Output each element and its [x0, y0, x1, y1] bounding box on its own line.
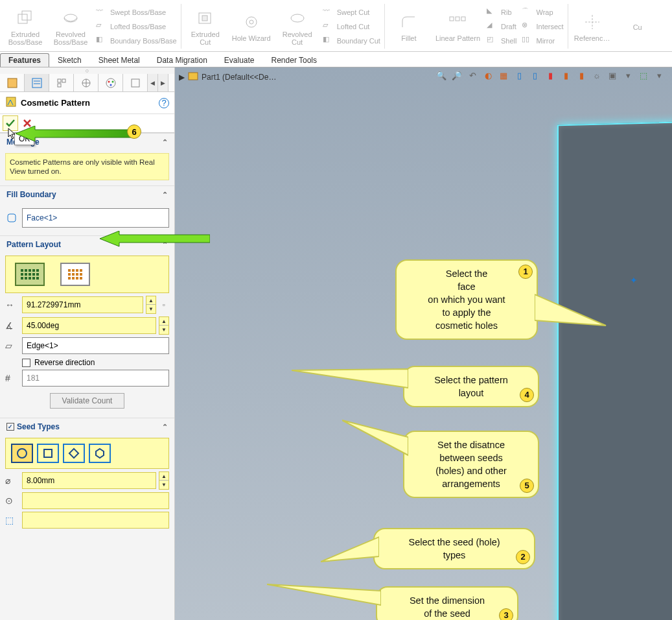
panel-tab-config[interactable]	[49, 74, 74, 91]
distance-input[interactable]: 91.2729971mm	[22, 296, 143, 313]
panel-tab-prev[interactable]: ◀	[148, 74, 158, 91]
tab-features[interactable]: Features	[0, 53, 49, 67]
message-body: Cosmetic Patterns are only visible with …	[5, 153, 169, 180]
spin-down-icon[interactable]: ▼	[146, 305, 156, 313]
spin-up-icon[interactable]: ▲	[159, 317, 168, 326]
spin-up-icon[interactable]: ▲	[146, 296, 156, 305]
reference-icon	[581, 11, 603, 33]
tab-evaluate[interactable]: Evaluate	[216, 53, 263, 67]
callout-4: 4 Select the pattern layout	[403, 366, 539, 407]
feature-title-row: Cosmetic Pattern ?	[0, 92, 174, 114]
ribbon-wrap[interactable]: ⌒Wrap	[522, 6, 563, 18]
panel-grip[interactable]: ○	[0, 67, 174, 74]
seed-param2-input[interactable]	[22, 492, 169, 509]
section-fill-header[interactable]: Fill Boundary⌃	[0, 185, 174, 203]
svg-rect-4	[202, 16, 207, 21]
ribbon-intersect[interactable]: ⊗Intersect	[522, 21, 563, 32]
view-orient-icon[interactable]: ▣	[606, 69, 619, 82]
svg-marker-45	[535, 294, 606, 326]
seed-dim-spinner[interactable]: ▲▼	[159, 471, 169, 490]
hide-show-icon[interactable]: ▯	[513, 69, 526, 82]
revolved-cut-icon	[286, 7, 308, 29]
ribbon-revolved-boss[interactable]: Revolved Boss/Base	[48, 1, 93, 51]
section-view-icon[interactable]: ◐	[481, 69, 494, 82]
seed-circle-button[interactable]	[11, 444, 33, 463]
ribbon-swept-cut[interactable]: 〰Swept Cut	[323, 6, 380, 18]
ribbon-draft[interactable]: ◢Draft	[487, 21, 516, 32]
ribbon-rib[interactable]: ◣Rib	[487, 6, 516, 18]
panel-tab-property[interactable]	[25, 74, 49, 91]
seed-hex-button[interactable]	[89, 444, 111, 463]
panel-tab-next[interactable]: ▶	[158, 74, 168, 91]
ribbon-shell[interactable]: ◰Shell	[487, 35, 516, 47]
callout-5-tail	[342, 418, 408, 457]
view-orient-drop-icon[interactable]: ▾	[621, 69, 634, 82]
ribbon-revolved-cut[interactable]: Revolved Cut	[275, 1, 320, 51]
viewport-toolbar: 🔍 🔎 ↶ ◐ ▦ ▯ ▯ ▮ ▮ ▮ ☼ ▣ ▾ ⬚ ▾	[435, 69, 666, 82]
tab-datamigration[interactable]: Data Migration	[148, 53, 216, 67]
lofted-boss-icon: ▱	[96, 21, 108, 32]
spin-down-icon[interactable]: ▼	[159, 481, 168, 489]
hide-show2-icon[interactable]: ▯	[528, 69, 541, 82]
seed-diamond-button[interactable]	[63, 444, 85, 463]
svg-marker-46	[292, 369, 408, 388]
validate-count-button[interactable]: Validate Count	[50, 393, 125, 409]
panel-tab-feature-tree[interactable]	[0, 74, 25, 91]
box-drop-icon[interactable]: ▾	[653, 69, 666, 82]
tab-sheetmetal[interactable]: Sheet Metal	[90, 53, 148, 67]
display-style-icon[interactable]: ▦	[497, 69, 510, 82]
tab-rendertools[interactable]: Render Tools	[263, 53, 326, 67]
zoom-area-icon[interactable]: 🔎	[450, 69, 463, 82]
ribbon-hole-wizard[interactable]: Hole Wizard	[228, 1, 275, 51]
help-icon[interactable]: ?	[159, 98, 169, 108]
ribbon-reference[interactable]: Referenc…	[570, 1, 615, 51]
layout-stagger-button[interactable]	[60, 263, 90, 286]
spin-up-icon[interactable]: ▲	[159, 472, 168, 481]
ribbon-mirror[interactable]: ▯▯Mirror	[522, 35, 563, 47]
ribbon-boundary-boss[interactable]: ◧Boundary Boss/Base	[96, 35, 177, 47]
section-seed-header[interactable]: ✓Seed Types ⌃	[0, 418, 174, 435]
seed-square-button[interactable]	[37, 444, 59, 463]
stop-icon[interactable]: ▮	[544, 69, 557, 82]
step-badge: 3	[499, 608, 513, 620]
ribbon-extruded-boss[interactable]: Extruded Boss/Base	[3, 1, 48, 51]
expand-icon[interactable]: ▶	[179, 73, 185, 82]
ribbon-lofted-boss[interactable]: ▱Lofted Boss/Base	[96, 21, 177, 32]
distance-spinner[interactable]: ▲▼	[146, 296, 156, 314]
svg-marker-49	[267, 584, 381, 605]
tab-sketch[interactable]: Sketch	[49, 53, 90, 67]
ribbon-swept-boss[interactable]: 〰Swept Boss/Base	[96, 6, 177, 18]
fill-boundary-input[interactable]: Face<1>	[22, 208, 169, 228]
seed-dimension-input[interactable]: 8.00mm	[22, 472, 156, 489]
angle-spinner[interactable]: ▲▼	[159, 316, 169, 335]
layout-grid-button[interactable]	[15, 263, 45, 286]
count-input[interactable]: 181	[22, 370, 169, 387]
intersect-icon: ⊗	[522, 21, 533, 32]
bar2-icon[interactable]: ▮	[575, 69, 588, 82]
prev-view-icon[interactable]: ↶	[466, 69, 479, 82]
ribbon-fillet[interactable]: Fillet	[386, 1, 432, 51]
svg-point-25	[111, 80, 113, 82]
angle-input[interactable]: 45.00deg	[22, 317, 156, 334]
seed-checkbox-icon[interactable]: ✓	[6, 423, 14, 431]
panel-tab-dim[interactable]	[74, 74, 98, 91]
scene-icon[interactable]: ☼	[590, 69, 603, 82]
breadcrumb[interactable]: ▶ Part1 (Default<<De…	[179, 70, 276, 84]
edge-input[interactable]: Edge<1>	[22, 337, 169, 354]
bar1-icon[interactable]: ▮	[559, 69, 572, 82]
viewport[interactable]: ▶ Part1 (Default<<De… 🔍 🔎 ↶ ◐ ▦ ▯ ▯ ▮ ▮ …	[175, 67, 672, 620]
panel-tab-appearance[interactable]	[98, 74, 123, 91]
ribbon-lofted-cut[interactable]: ▱Lofted Cut	[323, 21, 380, 32]
zoom-fit-icon[interactable]: 🔍	[435, 69, 448, 82]
ribbon-curves[interactable]: Cu	[615, 1, 660, 51]
ribbon-linear-pattern[interactable]: Linear Pattern	[432, 1, 484, 51]
reverse-direction-checkbox[interactable]: Reverse direction	[22, 358, 169, 367]
seed-param3-input[interactable]	[22, 512, 169, 529]
option-popout-icon[interactable]: ▫	[159, 300, 169, 309]
model-face[interactable]	[557, 121, 672, 620]
box-icon[interactable]: ⬚	[637, 69, 650, 82]
spin-down-icon[interactable]: ▼	[159, 326, 168, 334]
panel-tab-extra[interactable]	[123, 74, 148, 91]
ribbon-boundary-cut[interactable]: ◧Boundary Cut	[323, 35, 380, 47]
ribbon-extruded-cut[interactable]: Extruded Cut	[183, 1, 228, 51]
